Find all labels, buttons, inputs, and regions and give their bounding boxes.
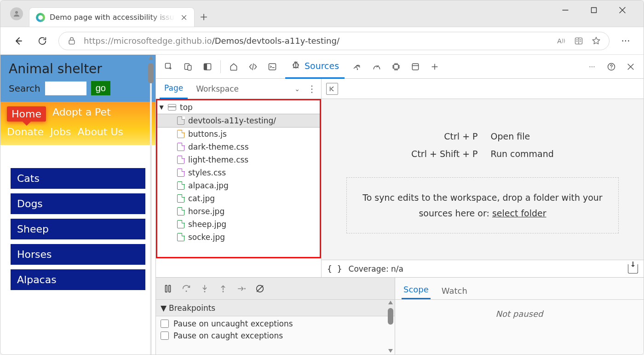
select-folder-link[interactable]: select folder	[492, 208, 546, 218]
browser-tab[interactable]: Demo page with accessibility issu	[29, 7, 195, 27]
download-icon[interactable]	[628, 264, 638, 274]
coverage-bar: { } Coverage: n/a	[322, 260, 644, 277]
reload-button[interactable]	[34, 33, 50, 49]
page-subtab[interactable]: Page	[160, 79, 188, 99]
sources-navigator: Page Workspace ⌄ ⋮ ▼ top devtools-a11y-t…	[156, 79, 322, 277]
address-bar[interactable]: https://microsoftedge.github.io/Demos/de…	[58, 32, 610, 50]
favorite-icon[interactable]	[591, 35, 602, 47]
document-icon	[177, 116, 184, 125]
tree-file[interactable]: sheep.jpg	[156, 218, 321, 231]
debugger-drawer: ▼Breakpoints Pause on uncaught exception…	[156, 277, 644, 355]
coverage-label: Coverage: n/a	[349, 264, 404, 274]
workspace-subtab[interactable]: Workspace	[191, 79, 243, 99]
svg-point-20	[244, 288, 246, 289]
svg-rect-16	[169, 285, 171, 292]
search-go-button[interactable]: go	[91, 81, 110, 95]
step-out-button[interactable]	[217, 282, 230, 295]
workspace-drop-zone[interactable]: To sync edits to the workspace, drop a f…	[346, 177, 619, 233]
step-over-button[interactable]	[180, 282, 193, 295]
more-options-button[interactable]: ⋮	[306, 83, 317, 94]
help-icon[interactable]	[603, 58, 620, 75]
step-into-button[interactable]	[198, 282, 211, 295]
inspect-element-icon[interactable]	[161, 58, 177, 75]
profile-avatar-icon	[10, 7, 23, 20]
category-item[interactable]: Cats	[11, 168, 145, 189]
application-tab-icon[interactable]	[407, 58, 424, 75]
read-aloud-icon[interactable]: A))	[556, 35, 567, 47]
nav-home[interactable]: Home	[7, 106, 46, 122]
category-item[interactable]: Dogs	[11, 193, 145, 214]
css-file-icon	[177, 169, 184, 177]
tree-file[interactable]: dark-theme.css	[156, 140, 321, 153]
pause-button[interactable]	[161, 282, 174, 295]
performance-tab-icon[interactable]	[368, 58, 385, 75]
category-list: Cats Dogs Sheep Horses Alpacas	[0, 145, 155, 296]
pause-caught-checkbox[interactable]: Pause on caught exceptions	[161, 331, 390, 340]
back-button[interactable]	[11, 33, 26, 49]
profile-button[interactable]	[4, 0, 29, 27]
tab-close-button[interactable]	[179, 13, 189, 22]
page-preview: Animal shelter Search go Home Adopt a Pe…	[0, 55, 156, 355]
tree-file[interactable]: alpaca.jpg	[156, 179, 321, 192]
devtools-panel: Sources ··· Page Workspace ⌄ ⋮	[156, 55, 644, 355]
sources-tab[interactable]: Sources	[285, 55, 345, 79]
window-titlebar: Demo page with accessibility issu	[0, 0, 644, 27]
tab-title: Demo page with accessibility issu	[50, 13, 175, 22]
css-file-icon	[177, 143, 184, 151]
tree-file[interactable]: styles.css	[156, 166, 321, 179]
more-tabs-button[interactable]	[426, 58, 443, 75]
tree-file[interactable]: light-theme.css	[156, 153, 321, 166]
devtools-menu-button[interactable]: ···	[584, 58, 600, 75]
svg-rect-1	[592, 8, 597, 13]
deactivate-breakpoints-button[interactable]	[253, 282, 266, 295]
settings-menu-button[interactable]: ···	[618, 33, 633, 49]
devtools-close-button[interactable]	[622, 58, 639, 75]
nav-adopt[interactable]: Adopt a Pet	[52, 106, 111, 122]
tree-folder[interactable]: devtools-a11y-testing/	[156, 114, 321, 128]
tree-file[interactable]: horse.jpg	[156, 205, 321, 218]
breakpoints-scrollbar[interactable]	[387, 300, 394, 354]
svg-rect-6	[188, 65, 191, 70]
memory-tab-icon[interactable]	[388, 58, 404, 75]
tree-file[interactable]: socke.jpg	[156, 231, 321, 244]
category-item[interactable]: Horses	[11, 244, 145, 265]
js-file-icon	[177, 130, 184, 138]
search-input[interactable]	[45, 81, 86, 95]
step-button[interactable]	[235, 282, 248, 295]
site-nav: Home Adopt a Pet Donate Jobs About Us	[0, 102, 155, 145]
image-file-icon	[177, 233, 184, 241]
nav-about[interactable]: About Us	[77, 126, 123, 138]
dock-side-icon[interactable]	[199, 58, 216, 75]
close-window-button[interactable]	[613, 2, 632, 18]
image-file-icon	[177, 194, 184, 203]
minimize-button[interactable]	[556, 2, 575, 18]
network-tab-icon[interactable]	[349, 58, 366, 75]
maximize-button[interactable]	[585, 2, 603, 18]
watch-tab[interactable]: Watch	[440, 286, 469, 299]
pretty-print-icon[interactable]: { }	[327, 264, 342, 274]
scope-tab[interactable]: Scope	[402, 285, 431, 299]
shortcut-hints: Ctrl + P Open file Ctrl + Shift + P Run …	[411, 131, 554, 159]
chevron-down-icon[interactable]: ⌄	[292, 85, 303, 93]
tree-top-frame[interactable]: ▼ top	[156, 101, 321, 114]
welcome-tab-icon[interactable]	[225, 58, 242, 75]
reader-mode-icon[interactable]	[573, 35, 584, 47]
elements-tab-icon[interactable]	[245, 58, 261, 75]
page-scrollbar[interactable]	[147, 55, 155, 355]
tree-file[interactable]: buttons.js	[156, 128, 321, 140]
toggle-navigator-button[interactable]	[326, 83, 338, 95]
console-tab-icon[interactable]	[264, 58, 281, 75]
svg-point-19	[223, 291, 224, 292]
nav-jobs[interactable]: Jobs	[50, 126, 71, 138]
image-file-icon	[177, 220, 184, 228]
svg-rect-15	[166, 285, 167, 292]
new-tab-button[interactable]	[195, 7, 213, 27]
category-item[interactable]: Sheep	[11, 219, 145, 239]
breakpoints-header[interactable]: ▼Breakpoints	[156, 300, 395, 316]
tree-file[interactable]: cat.jpg	[156, 192, 321, 205]
category-item[interactable]: Alpacas	[11, 269, 145, 290]
page-heading: Animal shelter	[9, 61, 147, 76]
pause-uncaught-checkbox[interactable]: Pause on uncaught exceptions	[161, 319, 390, 328]
scope-status: Not paused	[395, 300, 644, 355]
device-emulation-icon[interactable]	[180, 58, 196, 75]
